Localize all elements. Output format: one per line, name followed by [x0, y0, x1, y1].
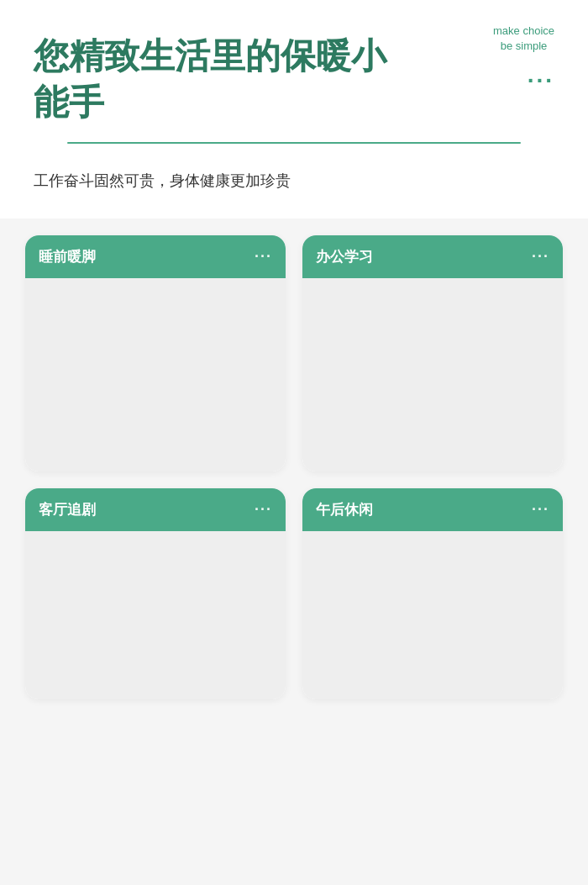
card-office-body [302, 278, 563, 471]
tagline: make choice be simple [493, 24, 554, 54]
card-afternoon: 午后休闲 ··· [302, 488, 563, 699]
card-sleep-header: 睡前暖脚 ··· [25, 235, 286, 278]
card-living-dots[interactable]: ··· [255, 501, 272, 519]
card-afternoon-header: 午后休闲 ··· [302, 488, 563, 531]
card-living-title: 客厅追剧 [39, 500, 96, 519]
page-container: make choice be simple 您精致生活里的保暖小能手 ··· 工… [0, 0, 588, 885]
card-afternoon-title: 午后休闲 [316, 500, 373, 519]
card-sleep-title: 睡前暖脚 [39, 247, 96, 266]
card-living-header: 客厅追剧 ··· [25, 488, 286, 531]
card-sleep-body [25, 278, 286, 471]
card-afternoon-dots[interactable]: ··· [532, 501, 549, 519]
header-divider [67, 142, 521, 144]
cards-grid: 睡前暖脚 ··· 办公学习 ··· 客厅追剧 ··· [25, 235, 563, 699]
card-office-dots[interactable]: ··· [532, 248, 549, 266]
card-office-header: 办公学习 ··· [302, 235, 563, 278]
card-office-title: 办公学习 [316, 247, 373, 266]
cards-section: 睡前暖脚 ··· 办公学习 ··· 客厅追剧 ··· [0, 219, 588, 724]
tagline-line2: be simple [501, 40, 548, 52]
card-living-body [25, 531, 286, 699]
card-sleep: 睡前暖脚 ··· [25, 235, 286, 471]
subtitle-text: 工作奋斗固然可贵，身体健康更加珍贵 [34, 169, 554, 193]
tagline-line1: make choice [493, 24, 554, 37]
header-section: make choice be simple 您精致生活里的保暖小能手 ··· [0, 0, 588, 144]
card-afternoon-body [302, 531, 563, 699]
subtitle-section: 工作奋斗固然可贵，身体健康更加珍贵 [0, 144, 588, 219]
card-sleep-dots[interactable]: ··· [255, 248, 272, 266]
card-living: 客厅追剧 ··· [25, 488, 286, 699]
header-dots-menu[interactable]: ··· [528, 67, 554, 94]
main-title: 您精致生活里的保暖小能手 [34, 34, 554, 125]
card-office: 办公学习 ··· [302, 235, 563, 471]
